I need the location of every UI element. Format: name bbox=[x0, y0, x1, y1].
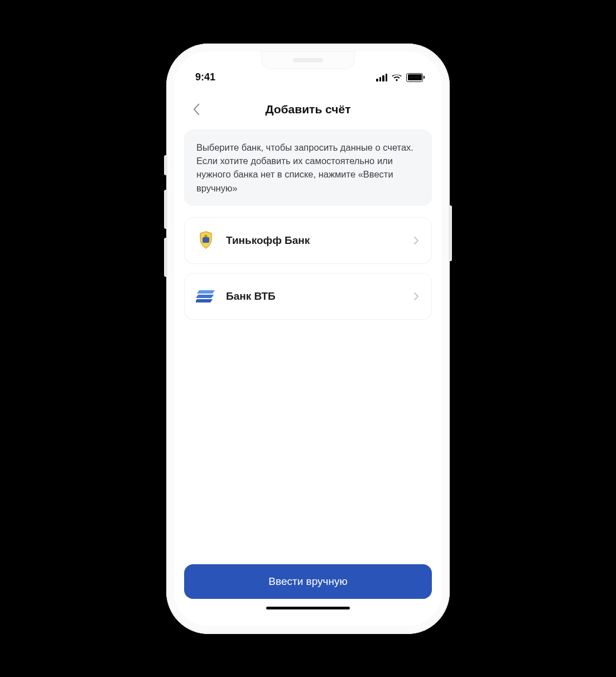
battery-icon bbox=[406, 73, 423, 82]
primary-button-label: Ввести вручную bbox=[268, 575, 347, 587]
phone-side-button bbox=[164, 155, 167, 175]
phone-side-button bbox=[164, 238, 167, 277]
screen: 9:41 Добавить счёт bbox=[174, 51, 442, 626]
page-title: Добавить счёт bbox=[266, 103, 351, 116]
status-right-cluster bbox=[376, 73, 423, 82]
info-text: Выберите банк, чтобы запросить данные о … bbox=[196, 142, 413, 193]
svg-rect-1 bbox=[205, 235, 208, 237]
status-time: 9:41 bbox=[195, 71, 215, 83]
home-indicator bbox=[266, 607, 350, 609]
svg-marker-3 bbox=[196, 295, 214, 298]
bank-item-tinkoff[interactable]: Тинькофф Банк bbox=[184, 217, 432, 264]
vtb-logo-icon bbox=[195, 285, 217, 308]
chevron-left-icon bbox=[192, 103, 200, 116]
footer: Ввести вручную bbox=[174, 564, 442, 626]
phone-notch bbox=[261, 51, 355, 69]
bank-item-label: Банк ВТБ bbox=[226, 290, 402, 303]
svg-marker-4 bbox=[196, 299, 213, 303]
tinkoff-logo-icon bbox=[195, 229, 217, 252]
content-area: Выберите банк, чтобы запросить данные о … bbox=[174, 126, 442, 564]
phone-frame: 9:41 Добавить счёт bbox=[166, 44, 450, 634]
enter-manually-button[interactable]: Ввести вручную bbox=[184, 564, 432, 599]
bank-item-label: Тинькофф Банк bbox=[226, 234, 402, 247]
svg-rect-0 bbox=[203, 237, 209, 243]
phone-side-button bbox=[449, 205, 452, 261]
svg-marker-2 bbox=[197, 290, 215, 294]
phone-side-button bbox=[164, 190, 167, 229]
back-button[interactable] bbox=[186, 99, 206, 119]
bank-item-vtb[interactable]: Банк ВТБ bbox=[184, 273, 432, 320]
info-card: Выберите банк, чтобы запросить данные о … bbox=[184, 129, 432, 207]
nav-bar: Добавить счёт bbox=[174, 93, 442, 126]
cellular-icon bbox=[376, 74, 387, 81]
chevron-right-icon bbox=[411, 291, 421, 301]
wifi-icon bbox=[391, 74, 402, 81]
chevron-right-icon bbox=[411, 236, 421, 246]
bank-list: Тинькофф Банк Банк ВТБ bbox=[184, 217, 432, 320]
